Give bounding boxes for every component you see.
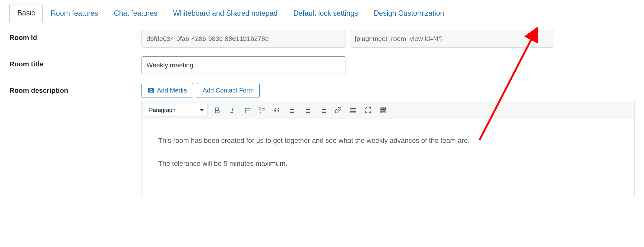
numbered-list-button[interactable]: 123 <box>257 104 268 116</box>
tab-chat-features[interactable]: Chat features <box>106 4 165 22</box>
svg-text:2: 2 <box>259 109 261 111</box>
svg-text:1: 1 <box>259 107 261 109</box>
label-room-id: Room Id <box>9 30 142 42</box>
add-media-button[interactable]: Add Media <box>142 83 193 98</box>
blockquote-button[interactable] <box>272 104 283 116</box>
room-id-input[interactable] <box>142 30 346 48</box>
label-room-title: Room title <box>9 56 142 68</box>
add-contact-form-label: Add Contact Form <box>203 87 254 94</box>
chevron-down-icon <box>200 109 204 111</box>
italic-button[interactable] <box>227 104 238 116</box>
tab-room-features[interactable]: Room features <box>43 4 106 22</box>
editor-content[interactable]: This room has been created for us to get… <box>142 119 634 197</box>
rich-text-editor: Paragraph 123 <box>142 101 635 197</box>
room-title-input[interactable] <box>142 56 346 74</box>
camera-icon <box>147 87 154 94</box>
align-left-button[interactable] <box>287 104 298 116</box>
svg-rect-9 <box>381 108 382 109</box>
svg-rect-10 <box>383 108 384 109</box>
svg-text:3: 3 <box>259 111 261 114</box>
editor-paragraph: The tolerance will be 5 minutes maximum. <box>158 158 618 169</box>
link-button[interactable] <box>332 104 344 116</box>
label-room-description: Room description <box>9 83 142 95</box>
svg-point-2 <box>245 110 246 111</box>
add-media-label: Add Media <box>157 87 187 94</box>
align-right-button[interactable] <box>317 104 329 116</box>
tabs-nav: Basic Room features Chat features Whiteb… <box>0 0 644 22</box>
svg-rect-13 <box>383 111 384 112</box>
tab-basic[interactable]: Basic <box>9 4 43 22</box>
format-select[interactable]: Paragraph <box>145 104 208 116</box>
add-contact-form-button[interactable]: Add Contact Form <box>197 83 260 98</box>
svg-rect-12 <box>381 111 382 112</box>
svg-point-3 <box>245 112 246 113</box>
shortcode-input[interactable] <box>350 30 554 48</box>
read-more-button[interactable] <box>347 104 359 116</box>
fullscreen-button[interactable] <box>363 104 374 116</box>
align-center-button[interactable] <box>302 104 314 116</box>
svg-rect-14 <box>384 111 385 112</box>
svg-point-1 <box>245 108 246 109</box>
toolbar-toggle-button[interactable] <box>378 104 389 116</box>
bold-button[interactable] <box>212 104 223 116</box>
tab-whiteboard-notepad[interactable]: Whiteboard and Shared notepad <box>165 4 285 22</box>
tab-design-customization[interactable]: Design Customization <box>366 4 452 22</box>
editor-paragraph: This room has been created for us to get… <box>158 135 618 146</box>
tab-default-lock[interactable]: Default lock settings <box>286 4 366 22</box>
svg-rect-11 <box>384 108 385 109</box>
bulleted-list-button[interactable] <box>242 104 253 116</box>
editor-toolbar: Paragraph 123 <box>142 101 634 119</box>
